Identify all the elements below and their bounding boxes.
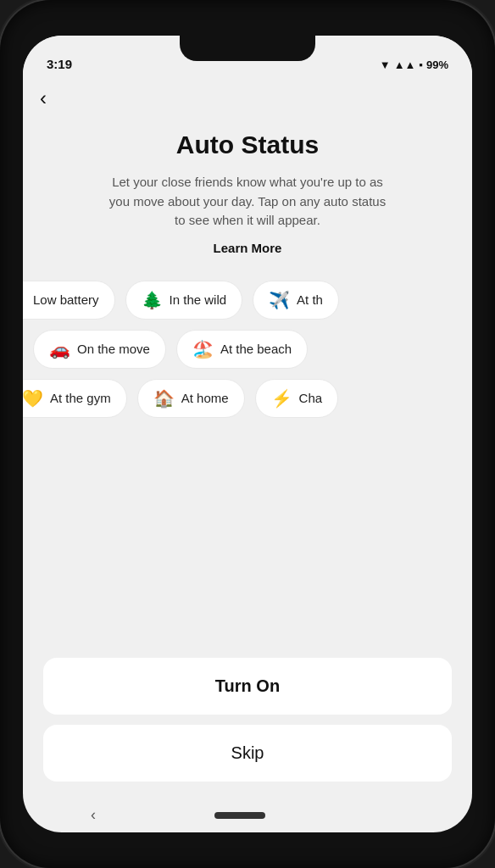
on-the-move-label: On the move <box>77 342 150 356</box>
gym-icon: 💛 <box>23 388 43 409</box>
status-carousel: 🔋 Low battery 🌲 In the wild ✈️ At th <box>23 281 472 428</box>
skip-button[interactable]: Skip <box>43 725 452 782</box>
car-icon: 🚗 <box>49 339 70 359</box>
wild-icon: 🌲 <box>142 290 163 310</box>
back-button[interactable]: ‹ <box>40 86 47 110</box>
page-title: Auto Status <box>176 131 319 159</box>
status-icons: ▼ ▲▲ ▪ 99% <box>380 58 448 71</box>
status-time: 3:19 <box>47 57 72 71</box>
airplane-icon: ✈️ <box>269 290 290 310</box>
phone-frame: 3:19 ▼ ▲▲ ▪ 99% ‹ Auto Status Let your c… <box>0 0 495 868</box>
airplane-label: At th <box>297 292 323 307</box>
charging-icon: ⚡ <box>271 388 292 409</box>
screen-content: ‹ Auto Status Let your close friends kno… <box>23 78 472 832</box>
low-battery-label: Low battery <box>33 292 99 307</box>
signal-icon: ▲▲ <box>394 58 416 71</box>
at-the-gym-label: At the gym <box>50 391 111 405</box>
at-home-label: At home <box>181 391 229 405</box>
battery-icon: ▪ <box>419 58 423 71</box>
battery-level: 99% <box>426 58 448 71</box>
status-pill-low-battery[interactable]: 🔋 Low battery <box>23 281 115 320</box>
home-icon: 🏠 <box>153 388 175 409</box>
beach-icon: 🏖️ <box>192 339 214 359</box>
status-pill-in-the-wild[interactable]: 🌲 In the wild <box>125 281 243 320</box>
row1-clip: 🔋 Low battery 🌲 In the wild ✈️ At th <box>23 281 472 330</box>
status-pill-at-the-gym[interactable]: 💛 At the gym <box>23 379 127 418</box>
bottom-actions: Turn On Skip <box>43 658 452 782</box>
status-pill-on-the-move[interactable]: 🚗 On the move <box>33 330 166 369</box>
phone-screen: 3:19 ▼ ▲▲ ▪ 99% ‹ Auto Status Let your c… <box>23 36 472 832</box>
low-battery-icon: 🔋 <box>23 290 26 310</box>
status-row-2: g 🚗 On the move 🏖️ At the beach <box>23 330 472 369</box>
nav-back-button[interactable]: ‹ <box>91 806 96 824</box>
at-the-beach-label: At the beach <box>220 342 292 356</box>
home-indicator <box>214 812 265 819</box>
wild-label: In the wild <box>170 292 227 307</box>
status-row-1: 🔋 Low battery 🌲 In the wild ✈️ At th <box>23 281 472 320</box>
status-row-3: 💛 At the gym 🏠 At home ⚡ Cha <box>23 379 472 418</box>
status-pill-at-home[interactable]: 🏠 At home <box>137 379 245 418</box>
charging-label: Cha <box>299 391 323 405</box>
row2-clip: g 🚗 On the move 🏖️ At the beach <box>23 330 472 379</box>
status-pill-at-the-move-partial[interactable]: ✈️ At th <box>253 281 339 320</box>
page-description: Let your close friends know what you're … <box>103 173 392 231</box>
notch <box>180 36 315 61</box>
turn-on-button[interactable]: Turn On <box>43 658 452 715</box>
row3-clip: 💛 At the gym 🏠 At home ⚡ Cha <box>23 379 472 428</box>
bottom-nav: ‹ <box>23 806 472 824</box>
wifi-icon: ▼ <box>380 58 391 71</box>
status-pill-charging-partial[interactable]: ⚡ Cha <box>255 379 339 418</box>
learn-more-link[interactable]: Learn More <box>214 241 282 255</box>
status-pill-at-the-beach[interactable]: 🏖️ At the beach <box>176 330 308 369</box>
main-section: Auto Status Let your close friends know … <box>23 86 472 281</box>
